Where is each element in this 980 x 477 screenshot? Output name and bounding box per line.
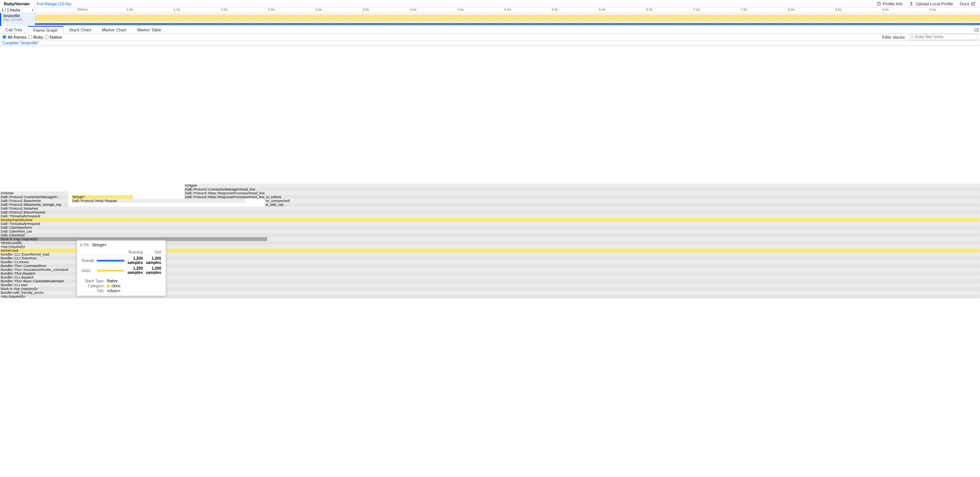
svg-rect-3	[975, 28, 978, 31]
filter-radio[interactable]	[2, 35, 7, 39]
flame-frame[interactable]: Dalli::Protocol::Meta#set	[0, 207, 980, 210]
ruler-tick: 6.5s	[646, 8, 653, 11]
filter-radio[interactable]	[45, 35, 49, 39]
filter-search-box[interactable]	[909, 34, 978, 40]
tooltip-row: cfunc1,200 samples1,200 samples	[80, 265, 163, 275]
flame-frame[interactable]: Dalli::Protocol::ConnectionManager#...	[0, 195, 69, 199]
flame-row: Dalli::Client#perform	[0, 226, 980, 230]
flame-frame[interactable]: Dalli::Client#set_cas	[0, 230, 980, 233]
flame-frame[interactable]: Dalli::Protocol::Meta::Reques	[72, 199, 245, 203]
upload-icon	[909, 2, 914, 6]
flame-row: Dalli::Client#set	[0, 233, 980, 237]
flame-frame[interactable]	[268, 237, 980, 241]
flame-row: Dalli::Threadsafe#request	[0, 222, 980, 226]
search-icon	[910, 35, 914, 39]
flame-frame[interactable]: IO#write	[0, 191, 69, 195]
flame-row: Dalli::Protocol::Meta#write_storage_reqe…	[0, 203, 980, 207]
ruler-tick: 8.0s	[788, 8, 794, 11]
ruler-tick: 4.5s	[457, 8, 464, 11]
filter-option-ruby[interactable]: Ruby	[28, 35, 43, 39]
svg-line-6	[913, 37, 913, 38]
tab-marker-table[interactable]: Marker Table	[132, 26, 167, 33]
flame-row: Dalli::Protocol::Base#writeDalli::Protoc…	[0, 199, 980, 203]
chevron-down-icon: ▾	[32, 8, 33, 12]
ruler-tick: 6.0s	[599, 8, 605, 11]
ruler-tick: 9.0s	[882, 8, 889, 11]
panel-tabs: Call TreeFlame GraphStack ChartMarker Ch…	[0, 26, 980, 34]
ruler-tick: 4.0s	[410, 8, 416, 11]
flame-frame[interactable]: Dalli::Client#set	[0, 233, 980, 237]
filter-option-all-frames[interactable]: All frames	[2, 35, 26, 39]
flame-row: Dalli::Protocol::Meta#set	[0, 207, 980, 210]
flame-frame[interactable]: et_with_cas	[265, 203, 980, 207]
flame-frame[interactable]: Dalli::Protocol::Base#request	[0, 210, 980, 214]
tab-call-tree[interactable]: Call Tree	[0, 26, 28, 33]
flame-frame[interactable]: on_unexpected!	[265, 199, 980, 203]
frame-tooltip: 6.3% String#+ Running Self Overall1,200 …	[77, 240, 166, 296]
marker-band	[35, 23, 980, 25]
flame-row: Dalli::Client#set_cas	[0, 230, 980, 233]
tracks-selector[interactable]: 1 / 1 tracks ▾	[0, 8, 35, 13]
activity-band	[35, 15, 980, 21]
docs-button[interactable]: Docs	[956, 0, 978, 8]
ruler-tick: 3.5s	[363, 8, 369, 11]
track-area: bin/profile PID: 377475	[0, 13, 980, 26]
tooltip-percent: 6.3%	[80, 243, 89, 247]
flame-frame[interactable]: IO#gets	[184, 184, 980, 187]
track-activity[interactable]	[35, 13, 980, 26]
panel-icon	[974, 28, 979, 32]
ruler-tick: 5.5s	[552, 8, 558, 11]
tooltip-frame-name: String#+	[92, 243, 107, 247]
breadcrumb[interactable]: Complete "bin/profile"	[0, 41, 980, 46]
flame-frame[interactable]: Dalli::Protocol::ConnectionManager#read_…	[184, 187, 980, 191]
ruler-tick: 7.0s	[693, 8, 700, 11]
ruler-tick: 9.5s	[929, 8, 936, 11]
flame-row	[0, 180, 980, 184]
filter-stacks-label: Filter stacks:	[882, 35, 906, 39]
flame-frame[interactable]: Dalli::Threadsafe#request	[0, 214, 980, 218]
upload-profile-button[interactable]: Upload Local Profile	[906, 0, 956, 8]
timeline-ruler[interactable]: 500ms1.0s1.5s2.0s2.5s3.0s3.5s4.0s4.5s5.0…	[35, 8, 980, 13]
flame-frame[interactable]: Dalli::Client#perform	[0, 226, 980, 230]
flame-frame[interactable]: Dalli::Protocol::Meta::ResponseProcessor…	[184, 191, 980, 195]
flame-row: Dalli::Protocol::ConnectionManager#read_…	[0, 187, 980, 191]
ruler-tick: 2.0s	[221, 8, 227, 11]
filter-radio[interactable]	[28, 35, 32, 39]
ruler-tick: 1.5s	[174, 8, 180, 11]
tab-marker-chart[interactable]: Marker Chart	[96, 26, 132, 33]
flame-frame[interactable]: Dalli::Protocol::Meta#write_storage_req	[0, 203, 69, 207]
range-link[interactable]: Full Range (10.0s)	[37, 2, 72, 6]
filter-row: All framesRubyNative Filter stacks:	[0, 34, 980, 41]
flame-row: Dalli::Threadsafe#request	[0, 214, 980, 218]
flame-row: Dalli::Protocol::Base#request	[0, 210, 980, 214]
external-link-icon	[971, 2, 975, 6]
track-label[interactable]: bin/profile PID: 377475	[0, 13, 35, 26]
ruler-tick: 8.5s	[835, 8, 841, 11]
ruler-tick: 5.0s	[504, 8, 511, 11]
flame-row: Monitor#synchronize	[0, 218, 980, 222]
filter-option-native[interactable]: Native	[45, 35, 62, 39]
tooltip-row: Overall1,200 samples1,200 samples	[80, 256, 163, 266]
ruler-tick: 1.0s	[126, 8, 133, 11]
svg-point-2	[879, 3, 879, 3]
ruler-tick: 2.5s	[268, 8, 274, 11]
tab-flame-graph[interactable]: Flame Graph	[28, 26, 64, 34]
sidebar-toggle-button[interactable]	[972, 26, 980, 33]
flame-frame[interactable]: Dalli::Protocol::Meta::ResponseProcessor…	[184, 195, 980, 199]
tab-stack-chart[interactable]: Stack Chart	[64, 26, 96, 33]
flame-frame[interactable]: String#+	[72, 195, 133, 199]
app-name: Ruby/Vernier	[2, 2, 32, 6]
flame-row: IO#gets	[0, 184, 980, 187]
ruler-tick: 3.0s	[315, 8, 322, 11]
flame-frame[interactable]: Dalli::Threadsafe#request	[0, 222, 980, 226]
ruler-tick: 500ms	[77, 8, 88, 11]
filter-search-input[interactable]	[914, 35, 976, 39]
top-header: Ruby/Vernier Full Range (10.0s) Profile …	[0, 0, 980, 8]
profile-info-button[interactable]: Profile Info	[873, 0, 906, 8]
category-swatch	[107, 285, 110, 288]
flame-frame[interactable]: Dalli::Protocol::Base#write	[0, 199, 69, 203]
flame-row: IO#writeDalli::Protocol::Meta::ResponseP…	[0, 191, 980, 195]
flame-frame[interactable]: Monitor#synchronize	[0, 218, 980, 222]
ruler-tick: 7.5s	[740, 8, 747, 11]
flame-graph[interactable]: IO#getsDalli::Protocol::ConnectionManage…	[0, 46, 980, 298]
